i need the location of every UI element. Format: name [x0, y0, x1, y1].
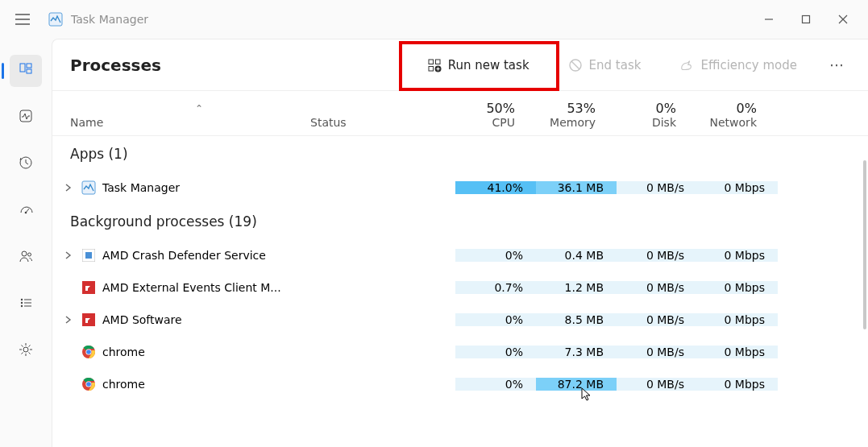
- end-task-button[interactable]: End task: [557, 52, 653, 79]
- process-name: chrome: [102, 346, 145, 358]
- cpu-header[interactable]: 50%CPU: [447, 101, 528, 129]
- disk-header[interactable]: 0%Disk: [608, 101, 689, 129]
- main-panel: Processes Run new task End task Efficien…: [52, 39, 868, 447]
- network-cell: 0 Mbps: [697, 181, 778, 194]
- name-header[interactable]: Name: [70, 116, 310, 129]
- svg-point-7: [25, 212, 27, 214]
- svg-point-12: [21, 305, 23, 307]
- memory-cell: 8.5 MB: [536, 313, 617, 326]
- svg-rect-4: [27, 69, 31, 73]
- efficiency-mode-label: Efficiency mode: [700, 58, 797, 72]
- svg-point-9: [28, 253, 31, 256]
- scrollbar[interactable]: [863, 160, 866, 329]
- process-row[interactable]: chrome0%87.2 MB0 MB/s0 Mbps: [52, 368, 868, 400]
- window-title: Task Manager: [71, 13, 148, 26]
- efficiency-mode-icon: [679, 58, 694, 72]
- sidebar-item-processes[interactable]: [10, 55, 42, 87]
- titlebar: Task Manager: [0, 0, 868, 39]
- sidebar-item-users[interactable]: [10, 242, 42, 274]
- run-new-task-label: Run new task: [448, 58, 530, 72]
- process-row[interactable]: AMD Software0%8.5 MB0 MB/s0 Mbps: [52, 304, 868, 336]
- gear-icon: [19, 342, 33, 360]
- network-cell: 0 Mbps: [697, 346, 778, 358]
- process-icon: [81, 180, 96, 195]
- column-headers: ⌃ Name Status 50%CPU 53%Memory 0%Disk 0%…: [52, 91, 868, 136]
- sort-indicator-icon: ⌃: [70, 103, 328, 114]
- disk-cell: 0 MB/s: [617, 346, 697, 358]
- process-name: AMD External Events Client M...: [102, 281, 281, 294]
- memory-cell: 0.4 MB: [536, 249, 617, 262]
- svg-rect-21: [85, 252, 92, 259]
- network-cell: 0 Mbps: [697, 313, 778, 326]
- chevron-right-icon[interactable]: [62, 181, 75, 194]
- status-header[interactable]: Status: [310, 116, 447, 129]
- page-title: Processes: [70, 56, 161, 75]
- clock-icon: [19, 155, 33, 173]
- disk-cell: 0 MB/s: [617, 313, 697, 326]
- close-button[interactable]: [824, 3, 862, 35]
- sidebar-item-services[interactable]: [10, 335, 42, 367]
- run-new-task-button[interactable]: Run new task: [416, 52, 541, 79]
- sidebar-item-details[interactable]: [10, 288, 42, 321]
- process-name: AMD Software: [102, 313, 182, 326]
- network-header[interactable]: 0%Network: [689, 101, 770, 129]
- process-icon: [81, 377, 96, 391]
- memory-cell: 36.1 MB: [536, 181, 617, 194]
- svg-point-8: [22, 251, 27, 256]
- svg-rect-16: [429, 66, 434, 71]
- cpu-cell: 0%: [455, 249, 536, 262]
- memory-cell: 87.2 MB: [536, 378, 617, 391]
- svg-point-11: [21, 302, 23, 304]
- people-icon: [19, 249, 33, 267]
- process-name: AMD Crash Defender Service: [102, 249, 266, 262]
- cpu-cell: 41.0%: [455, 181, 536, 194]
- process-row[interactable]: AMD Crash Defender Service0%0.4 MB0 MB/s…: [52, 239, 868, 271]
- group-header[interactable]: Apps (1): [52, 136, 868, 172]
- speed-icon: [19, 202, 33, 220]
- disk-cell: 0 MB/s: [617, 249, 697, 262]
- process-grid: Apps (1)Task Manager41.0%36.1 MB0 MB/s0 …: [52, 136, 868, 447]
- cpu-cell: 0%: [455, 378, 536, 391]
- memory-header[interactable]: 53%Memory: [528, 101, 608, 129]
- pulse-icon: [19, 109, 33, 126]
- process-icon: [81, 312, 96, 327]
- process-row[interactable]: Task Manager41.0%36.1 MB0 MB/s0 Mbps: [52, 172, 868, 204]
- cpu-cell: 0%: [455, 313, 536, 326]
- svg-rect-14: [429, 60, 434, 64]
- svg-rect-2: [20, 64, 25, 72]
- sidebar-item-history[interactable]: [10, 148, 42, 180]
- cpu-cell: 0%: [455, 346, 536, 358]
- cpu-cell: 0.7%: [455, 281, 536, 294]
- efficiency-mode-button[interactable]: Efficiency mode: [668, 52, 808, 79]
- svg-point-13: [23, 347, 28, 352]
- process-row[interactable]: chrome0%7.3 MB0 MB/s0 Mbps: [52, 336, 868, 368]
- memory-cell: 7.3 MB: [536, 346, 617, 358]
- hamburger-menu[interactable]: [6, 3, 39, 35]
- run-new-task-icon: [427, 58, 442, 72]
- sidebar-item-startup[interactable]: [10, 195, 42, 227]
- app-icon: [48, 12, 63, 27]
- network-cell: 0 Mbps: [697, 281, 778, 294]
- minimize-button[interactable]: [750, 3, 787, 35]
- list-icon: [19, 296, 33, 313]
- chevron-right-icon[interactable]: [62, 313, 75, 326]
- process-icon: [81, 345, 96, 359]
- disk-cell: 0 MB/s: [617, 281, 697, 294]
- sidebar: [0, 39, 52, 447]
- svg-rect-1: [803, 16, 810, 23]
- process-row[interactable]: AMD External Events Client M...0.7%1.2 M…: [52, 271, 868, 304]
- network-cell: 0 Mbps: [697, 378, 778, 391]
- process-icon: [81, 280, 96, 295]
- more-button[interactable]: ⋯: [824, 52, 850, 78]
- svg-rect-15: [435, 60, 440, 64]
- sidebar-item-performance[interactable]: [10, 101, 42, 134]
- end-task-icon: [568, 58, 583, 72]
- svg-rect-3: [27, 64, 31, 68]
- network-cell: 0 Mbps: [697, 249, 778, 262]
- maximize-button[interactable]: [787, 3, 824, 35]
- end-task-label: End task: [589, 58, 642, 72]
- chevron-right-icon[interactable]: [62, 249, 75, 262]
- disk-cell: 0 MB/s: [617, 181, 697, 194]
- group-header[interactable]: Background processes (19): [52, 204, 868, 239]
- grid-icon: [19, 62, 33, 80]
